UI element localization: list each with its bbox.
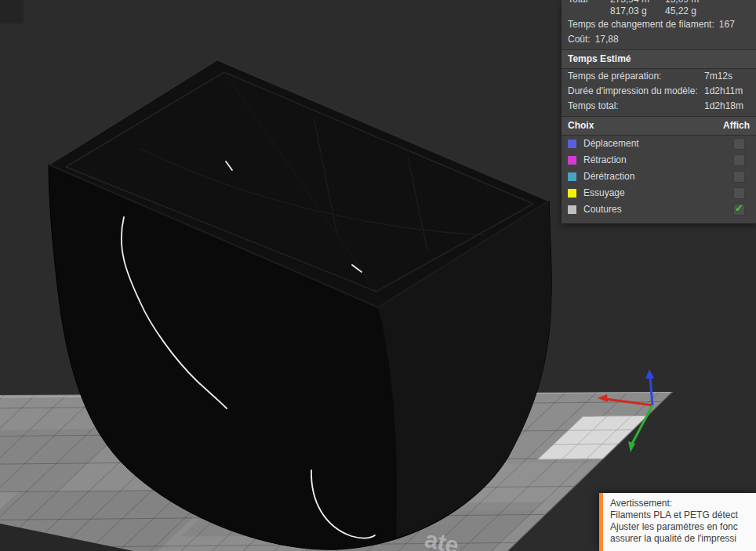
prep-time-label: Temps de préparation: — [568, 71, 704, 82]
viewport[interactable]: ate — [0, 0, 756, 551]
warning-toast: Avertissement: Filaments PLA et PETG dét… — [599, 493, 756, 551]
legend-row-travel: Déplacement — [562, 136, 756, 152]
retraction-label: Rétraction — [583, 154, 733, 166]
model-weight: 45,22 g — [665, 5, 720, 17]
retraction-color-swatch — [568, 156, 576, 165]
travel-visibility-checkbox[interactable] — [733, 138, 745, 150]
estimated-time-header: Temps Estimé — [562, 49, 756, 69]
seams-color-swatch — [568, 205, 576, 214]
slice-stats-panel: Total 273,94 m 817,03 g 15,09 m 45,22 g … — [562, 0, 756, 223]
legend-row-unretraction: Dérétraction — [562, 169, 756, 185]
model-length: 15,09 m — [665, 0, 720, 5]
cost-row: Coût: 17,88 — [562, 32, 756, 47]
filament-change-row: Temps de changement de filament: 167 — [562, 17, 756, 32]
seams-visibility-checkbox[interactable] — [733, 204, 745, 216]
prep-time-row: Temps de préparation: 7m12s — [562, 69, 756, 84]
warning-line: Filaments PLA et PETG détect — [610, 509, 756, 521]
total-time-row: Temps total: 1d2h18m — [562, 99, 756, 114]
total-weight: 817,03 g — [610, 5, 665, 17]
legend-header-display: Affich — [723, 120, 750, 132]
total-row: Total 273,94 m 817,03 g 15,09 m 45,22 g — [562, 0, 756, 17]
legend-row-wipe: Essuyage — [562, 185, 756, 201]
total-time-label: Temps total: — [568, 100, 704, 112]
total-values-all: 273,94 m 817,03 g — [610, 0, 665, 17]
prep-time-value: 7m12s — [704, 71, 750, 82]
viewport-corner — [0, 0, 24, 24]
travel-color-swatch — [568, 140, 576, 148]
legend-header: Choix Affich — [562, 116, 756, 136]
unretraction-visibility-checkbox[interactable] — [733, 171, 745, 183]
total-time-value: 1d2h18m — [704, 100, 750, 112]
unretraction-label: Dérétraction — [583, 171, 733, 183]
wipe-color-swatch — [568, 189, 576, 198]
travel-label: Déplacement — [583, 138, 733, 150]
warning-line: Ajuster les paramètres en fonc — [610, 521, 756, 533]
warning-title: Avertissement: — [610, 498, 756, 509]
total-label: Total — [568, 0, 610, 17]
filament-change-value: 167 — [719, 19, 735, 31]
legend-row-retraction: Rétraction — [562, 152, 756, 169]
total-values-model: 15,09 m 45,22 g — [665, 0, 720, 17]
model-print-time-row: Durée d'impression du modèle: 1d2h11m — [562, 84, 756, 99]
unretraction-color-swatch — [568, 172, 576, 181]
estimated-time-title: Temps Estimé — [568, 53, 631, 65]
model-print-time-label: Durée d'impression du modèle: — [568, 85, 704, 97]
seams-label: Coutures — [583, 204, 733, 216]
wipe-visibility-checkbox[interactable] — [733, 187, 745, 199]
legend-row-seams: Coutures — [562, 201, 756, 218]
filament-change-label: Temps de changement de filament: — [568, 19, 714, 31]
total-length: 273,94 m — [610, 0, 665, 5]
wipe-label: Essuyage — [583, 187, 733, 199]
model-print-time-value: 1d2h11m — [704, 85, 750, 97]
legend-header-choice: Choix — [568, 120, 594, 132]
cost-label: Coût: — [568, 34, 591, 45]
retraction-visibility-checkbox[interactable] — [733, 154, 745, 166]
cost-value: 17,88 — [595, 34, 619, 45]
warning-line: assurer la qualité de l'impressi — [610, 533, 756, 545]
